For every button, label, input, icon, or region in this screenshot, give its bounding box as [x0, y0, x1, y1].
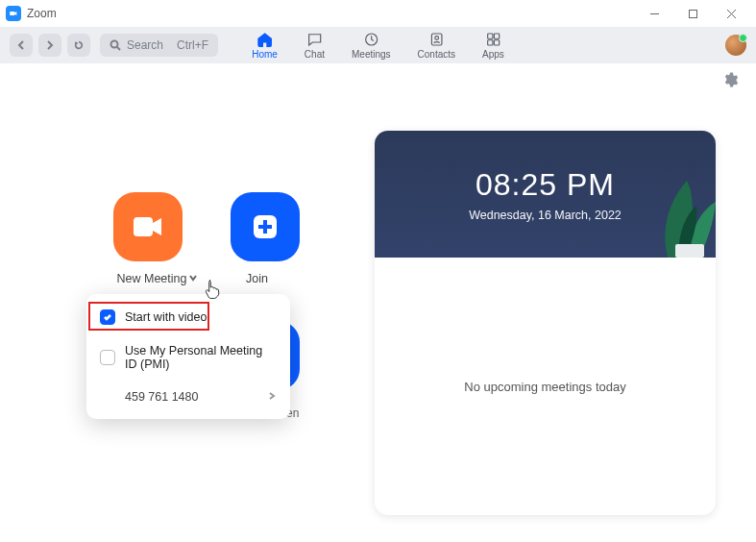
nav-back-button[interactable]: [10, 34, 33, 57]
use-pmi-option[interactable]: Use My Personal Meeting ID (PMI): [86, 334, 290, 381]
tab-home[interactable]: Home: [252, 31, 278, 60]
svg-rect-9: [487, 34, 492, 38]
tab-chat[interactable]: Chat: [305, 31, 325, 60]
nav-forward-button[interactable]: [38, 34, 61, 57]
new-meeting-dropdown: Start with video Use My Personal Meeting…: [86, 294, 290, 419]
close-button[interactable]: [712, 0, 750, 27]
svg-rect-13: [134, 217, 153, 236]
tab-contacts[interactable]: Contacts: [418, 31, 455, 60]
new-meeting-button[interactable]: [113, 192, 183, 261]
video-icon: [132, 215, 164, 238]
search-icon: [110, 39, 121, 51]
empty-message: No upcoming meetings today: [464, 380, 625, 394]
chat-icon: [305, 31, 323, 48]
tab-chat-label: Chat: [305, 49, 325, 60]
clock-icon: [362, 31, 379, 48]
svg-line-5: [117, 47, 120, 50]
chevron-right-icon: [267, 390, 277, 404]
minimize-button[interactable]: [635, 0, 673, 27]
svg-point-4: [111, 41, 118, 48]
upcoming-panel: 08:25 PM Wednesday, 16 March, 2022 No up…: [375, 131, 716, 515]
search-placeholder: Search: [127, 38, 163, 52]
svg-rect-12: [494, 40, 499, 45]
chevron-down-icon: [188, 272, 198, 285]
pmi-number-row[interactable]: 459 761 1480: [86, 381, 290, 413]
clock-time: 08:25 PM: [476, 167, 615, 203]
svg-rect-11: [487, 40, 492, 45]
home-icon: [256, 31, 274, 48]
svg-rect-16: [258, 225, 272, 229]
nav-history-button[interactable]: [67, 34, 90, 57]
new-meeting-dropdown-trigger[interactable]: New Meeting: [113, 272, 202, 285]
pmi-number: 459 761 1480: [125, 390, 198, 404]
join-label: Join: [246, 272, 268, 285]
tab-meetings-label: Meetings: [352, 49, 391, 60]
app-icon: [6, 6, 21, 21]
cursor-pointer-icon: [205, 280, 220, 299]
checkbox-unchecked-icon: [100, 350, 115, 365]
svg-rect-17: [675, 244, 704, 258]
tab-apps[interactable]: Apps: [482, 31, 504, 60]
toolbar: Search Ctrl+F Home Chat Meetings Contact…: [0, 27, 756, 63]
join-button[interactable]: [231, 192, 300, 261]
start-with-video-option[interactable]: Start with video: [86, 300, 290, 334]
tab-contacts-label: Contacts: [418, 49, 455, 60]
plant-decoration: [600, 131, 716, 258]
tab-home-label: Home: [252, 49, 278, 60]
search-shortcut: Ctrl+F: [177, 38, 208, 52]
app-title: Zoom: [27, 7, 57, 20]
use-pmi-label: Use My Personal Meeting ID (PMI): [125, 344, 277, 371]
search-input[interactable]: Search Ctrl+F: [100, 34, 218, 57]
tab-apps-label: Apps: [482, 49, 504, 60]
panel-body: No upcoming meetings today: [375, 258, 716, 515]
plus-icon: [251, 212, 280, 241]
clock-date: Wednesday, 16 March, 2022: [469, 209, 622, 222]
maximize-button[interactable]: [673, 0, 712, 27]
checkbox-checked-icon: [100, 309, 115, 325]
main-area: New Meeting Join Schedule Share screen S…: [0, 63, 756, 542]
svg-point-8: [434, 37, 438, 40]
avatar[interactable]: [725, 35, 746, 56]
titlebar: Zoom: [0, 0, 756, 27]
nav-tabs: Home Chat Meetings Contacts Apps: [252, 27, 504, 63]
svg-rect-10: [494, 34, 499, 38]
start-with-video-label: Start with video: [125, 310, 207, 324]
svg-rect-1: [689, 10, 696, 17]
apps-icon: [484, 31, 501, 48]
panel-header: 08:25 PM Wednesday, 16 March, 2022: [375, 131, 716, 258]
tab-meetings[interactable]: Meetings: [352, 31, 391, 60]
contacts-icon: [427, 31, 445, 48]
new-meeting-label: New Meeting: [117, 272, 187, 285]
